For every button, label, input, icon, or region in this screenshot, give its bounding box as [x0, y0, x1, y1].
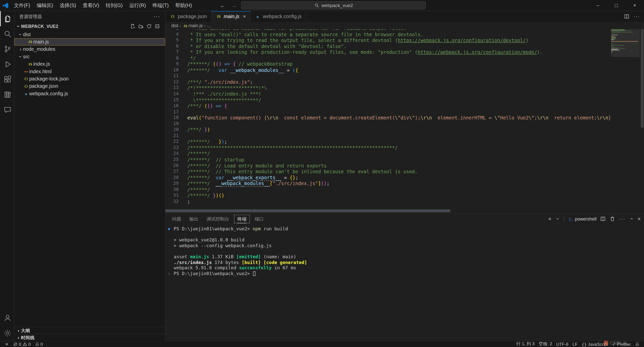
close-panel-icon[interactable]: × [638, 216, 641, 222]
problems-indicator[interactable]: 0 0 [11, 341, 33, 347]
breadcrumb-item-2[interactable]: … [207, 23, 211, 28]
command-success-decoration[interactable]: ● [168, 226, 170, 232]
forward-button[interactable]: → [230, 2, 239, 8]
cursor-position[interactable]: 行 1, 列 3 [514, 341, 537, 347]
eol-sequence[interactable]: LF [571, 342, 580, 347]
tree-item-label: webpack.config.js [29, 91, 68, 97]
tree-item-index.html[interactable]: <>index.html [14, 68, 165, 75]
outline-section[interactable]: › 大纲 [14, 327, 165, 334]
panel-tab-输出[interactable]: 输出 [186, 214, 202, 223]
new-folder-icon[interactable] [138, 23, 144, 29]
editor-horizontal-scrollbar[interactable] [166, 208, 610, 213]
menu-item-6[interactable]: 终端(T) [149, 0, 172, 11]
vscode-window: 文件(F)编辑(E)选择(S)查看(V)转到(G)运行(R)终端(T)帮助(H)… [0, 0, 644, 347]
menu-item-2[interactable]: 选择(S) [56, 0, 79, 11]
split-terminal-icon[interactable] [600, 216, 606, 222]
indentation[interactable]: 空格: 2 [537, 341, 554, 347]
timeline-section[interactable]: › 时间线 [14, 334, 165, 341]
vertical-scroll-thumb[interactable] [641, 29, 643, 128]
collapse-all-icon[interactable] [154, 23, 160, 29]
tab-main.js[interactable]: JSmain.js× [211, 11, 250, 22]
js-file-icon: JS [216, 15, 222, 18]
new-terminal-icon[interactable]: + [548, 215, 551, 222]
line-number: 18 [166, 115, 179, 121]
notifications-bell[interactable] [633, 342, 641, 346]
activity-account[interactable] [0, 310, 14, 325]
breadcrumb[interactable]: dist›JSmain.js›… [166, 22, 644, 29]
line-number: 26 [166, 163, 179, 169]
command-center-search[interactable]: webpack_vue2 [241, 1, 426, 10]
tree-item-webpack.config.js[interactable]: ◈webpack.config.js [14, 90, 165, 97]
activity-source-control[interactable] [0, 41, 14, 57]
editor-vertical-scrollbar[interactable] [640, 29, 644, 208]
command-idle-decoration[interactable]: ○ [168, 271, 170, 276]
explorer-title: 资源管理器 [19, 13, 42, 19]
remote-indicator[interactable] [3, 341, 11, 347]
split-editor-icon[interactable] [624, 14, 630, 19]
activity-chat[interactable] [0, 102, 14, 117]
kill-terminal-icon[interactable] [610, 216, 616, 222]
encoding[interactable]: UTF-8 [554, 342, 571, 347]
horizontal-scroll-thumb[interactable] [166, 209, 450, 212]
close-button[interactable]: × [626, 0, 644, 11]
panel-tab-终端[interactable]: 终端 [234, 214, 250, 223]
terminal-instance[interactable]: powershell [568, 216, 597, 222]
warning-count: 0 [28, 342, 31, 347]
tree-item-node_modules[interactable]: ›node_modules [14, 46, 165, 53]
bell-icon [635, 342, 639, 346]
tab-package.json[interactable]: {}package.json [166, 11, 211, 22]
line-number: 5 [166, 37, 179, 44]
code-editor[interactable]: 3 * This devtool is neither made for pro… [166, 29, 644, 213]
activity-search[interactable] [0, 26, 14, 41]
tab-webpack.config.js[interactable]: ◈webpack.config.js [251, 11, 306, 22]
line-content: /******/ }); [179, 139, 227, 145]
minimap[interactable] [611, 29, 640, 208]
terminal[interactable]: ●PS D:\juejin01\webpack_vue2> npm run bu… [166, 224, 644, 341]
terminal-dropdown-icon[interactable]: › [555, 216, 560, 221]
line-number: 23 [166, 145, 179, 151]
activity-settings[interactable] [0, 326, 14, 341]
activity-explorer[interactable] [0, 11, 14, 26]
breadcrumb-item-0[interactable]: dist [171, 23, 178, 28]
more-actions-icon[interactable]: ··· [634, 14, 640, 19]
tree-item-label: src [23, 54, 29, 60]
menu-item-1[interactable]: 编辑(E) [33, 0, 56, 11]
new-file-icon[interactable] [130, 23, 136, 29]
maximize-panel-icon[interactable]: › [629, 216, 634, 221]
menu-item-0[interactable]: 文件(F) [11, 0, 33, 11]
notifications-count[interactable]: 0 [33, 341, 45, 347]
line-number: 12 [166, 79, 179, 85]
panel-tab-端口[interactable]: 端口 [251, 214, 267, 223]
activity-library[interactable] [0, 87, 14, 102]
breadcrumb-item-1[interactable]: JSmain.js [182, 23, 203, 28]
tree-item-package-lock.json[interactable]: {}package-lock.json [14, 75, 165, 82]
language-mode[interactable]: {} JavaScript [580, 342, 610, 347]
activity-run-debug[interactable] [0, 57, 14, 72]
menu-item-3[interactable]: 查看(V) [79, 0, 102, 11]
menu-item-5[interactable]: 运行(R) [126, 0, 149, 11]
formatter-status[interactable]: ✓ Prettier [610, 342, 633, 347]
terminal-line-0: ●PS D:\juejin01\webpack_vue2> npm run bu… [168, 226, 644, 232]
tree-item-index.js[interactable]: JSindex.js [14, 60, 165, 68]
refresh-icon[interactable] [146, 23, 152, 29]
tree-item-main.js[interactable]: JSmain.js [14, 38, 165, 46]
panel-more-icon[interactable]: ··· [619, 216, 625, 222]
activity-extensions[interactable] [0, 72, 14, 87]
panel-tab-问题[interactable]: 问题 [169, 214, 184, 223]
tree-item-src[interactable]: ›src [14, 53, 165, 60]
line-content: /******/ // startup [179, 157, 244, 163]
minimize-button[interactable]: – [589, 0, 607, 11]
explorer-more-icon[interactable]: ··· [154, 13, 160, 19]
menu-item-7[interactable]: 帮助(H) [172, 0, 195, 11]
line-number: 21 [166, 133, 179, 139]
menu-item-4[interactable]: 转到(G) [102, 0, 126, 11]
back-button[interactable]: ← [218, 2, 227, 8]
project-section-header[interactable]: › WEBPACK_VUE2 [14, 22, 165, 31]
minimap-slider[interactable] [611, 29, 640, 57]
tab-close-icon[interactable]: × [243, 14, 246, 19]
maximize-button[interactable]: □ [607, 0, 625, 11]
line-number: 14 [166, 91, 179, 97]
tree-item-package.json[interactable]: {}package.json [14, 82, 165, 90]
panel-tab-调试控制台[interactable]: 调试控制台 [203, 214, 232, 223]
tree-item-dist[interactable]: ›dist [14, 31, 165, 38]
